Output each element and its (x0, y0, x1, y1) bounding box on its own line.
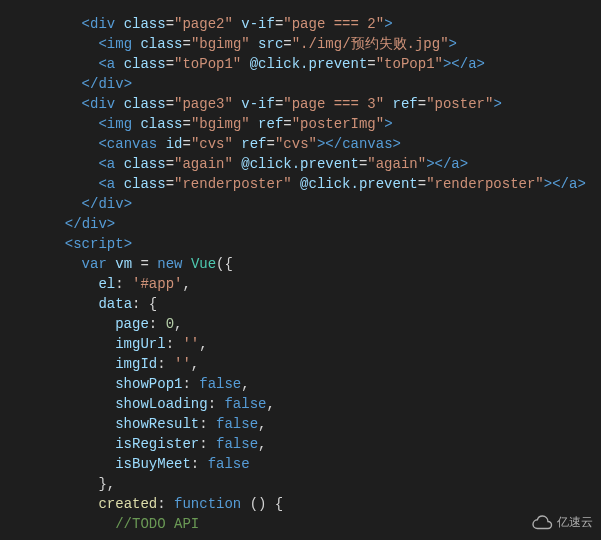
token-punct: = (418, 96, 426, 112)
code-line[interactable]: //TODO API (48, 514, 601, 534)
token-tag: > (124, 76, 132, 92)
token-str: "cvs" (275, 136, 317, 152)
token-punct: : { (132, 296, 157, 312)
token-bool: false (216, 436, 258, 452)
token-name: a (107, 56, 115, 72)
token-tag: < (65, 236, 73, 252)
code-line[interactable]: <a class="renderposter" @click.prevent="… (48, 174, 601, 194)
token-str: "posterImg" (292, 116, 384, 132)
token-punct: , (266, 396, 274, 412)
code-line[interactable]: }, (48, 474, 601, 494)
token-name: div (98, 196, 123, 212)
token-ident: isBuyMeet (115, 456, 191, 472)
token-tag: </ (65, 216, 82, 232)
token-punct: , (258, 436, 266, 452)
token-punct: , (258, 416, 266, 432)
code-line[interactable]: imgUrl: '', (48, 334, 601, 354)
token-tag: < (98, 156, 106, 172)
token-funckw: function (174, 496, 241, 512)
token-punct (241, 56, 249, 72)
token-punct: = (166, 56, 174, 72)
token-bool: false (216, 416, 258, 432)
code-line[interactable]: <img class="bgimg" src="./img/预约失败.jpg"> (48, 34, 601, 54)
token-punct: : (191, 456, 208, 472)
token-ident: el (98, 276, 115, 292)
code-line[interactable]: data: { (48, 294, 601, 314)
code-line[interactable]: </div> (48, 214, 601, 234)
code-line[interactable]: showLoading: false, (48, 394, 601, 414)
token-str: "again" (367, 156, 426, 172)
token-name: a (107, 176, 115, 192)
token-attr: ref (241, 136, 266, 152)
token-ident: page (115, 316, 149, 332)
code-line[interactable]: <div class="page3" v-if="page === 3" ref… (48, 94, 601, 114)
token-attr: @click.prevent (300, 176, 418, 192)
token-str: "renderposter" (174, 176, 292, 192)
token-tag: </ (451, 56, 468, 72)
token-attr: class (124, 156, 166, 172)
token-punct: = (166, 16, 174, 32)
token-punct: = (140, 256, 148, 272)
code-line[interactable]: showResult: false, (48, 414, 601, 434)
token-punct (115, 176, 123, 192)
token-punct: : (157, 496, 174, 512)
code-line[interactable]: el: '#app', (48, 274, 601, 294)
token-attr: ref (258, 116, 283, 132)
token-punct: : (199, 436, 216, 452)
token-str: "poster" (426, 96, 493, 112)
code-line[interactable]: var vm = new Vue({ (48, 254, 601, 274)
token-name: canvas (107, 136, 157, 152)
token-punct (115, 56, 123, 72)
token-punct: = (283, 36, 291, 52)
token-punct: : (208, 396, 225, 412)
token-punct: : (199, 416, 216, 432)
token-punct: , (241, 376, 249, 392)
token-punct: () { (241, 496, 283, 512)
code-line[interactable]: <canvas id="cvs" ref="cvs"></canvas> (48, 134, 601, 154)
code-line[interactable]: <script> (48, 234, 601, 254)
token-punct (157, 136, 165, 152)
token-tag: </ (325, 136, 342, 152)
code-line[interactable]: isRegister: false, (48, 434, 601, 454)
token-str: "page2" (174, 16, 233, 32)
token-punct (115, 96, 123, 112)
token-name: img (107, 36, 132, 52)
token-str: "renderposter" (426, 176, 544, 192)
code-line[interactable]: <img class="bgimg" ref="posterImg"> (48, 114, 601, 134)
code-line[interactable]: created: function () { (48, 494, 601, 514)
token-str: "bgimg" (191, 36, 250, 52)
token-ident: isRegister (115, 436, 199, 452)
code-line[interactable]: imgId: '', (48, 354, 601, 374)
token-punct: , (191, 356, 199, 372)
token-str: '' (182, 336, 199, 352)
token-attr: @click.prevent (250, 56, 368, 72)
token-punct: = (182, 136, 190, 152)
code-line[interactable]: </div> (48, 74, 601, 94)
code-line[interactable]: <a class="toPop1" @click.prevent="toPop1… (48, 54, 601, 74)
token-name: canvas (342, 136, 392, 152)
token-ident: showPop1 (115, 376, 182, 392)
code-line[interactable]: page: 0, (48, 314, 601, 334)
token-punct (149, 256, 157, 272)
token-str: "toPop1" (376, 56, 443, 72)
code-editor[interactable]: <div class="page2" v-if="page === 2"> <i… (0, 0, 601, 534)
token-punct (115, 16, 123, 32)
token-str: '#app' (132, 276, 182, 292)
token-tag: < (82, 96, 90, 112)
token-punct: = (182, 116, 190, 132)
token-punct (107, 256, 115, 272)
token-name: a (107, 156, 115, 172)
code-line[interactable]: <a class="again" @click.prevent="again">… (48, 154, 601, 174)
code-line[interactable]: </div> (48, 194, 601, 214)
token-attr: class (124, 16, 166, 32)
token-key: new (157, 256, 182, 272)
token-attr: @click.prevent (241, 156, 359, 172)
code-line[interactable]: <div class="page2" v-if="page === 2"> (48, 14, 601, 34)
code-line[interactable]: isBuyMeet: false (48, 454, 601, 474)
token-str: "bgimg" (191, 116, 250, 132)
token-attr: class (140, 36, 182, 52)
token-punct: = (166, 176, 174, 192)
token-punct: : (157, 356, 174, 372)
code-line[interactable]: showPop1: false, (48, 374, 601, 394)
token-punct: , (174, 316, 182, 332)
